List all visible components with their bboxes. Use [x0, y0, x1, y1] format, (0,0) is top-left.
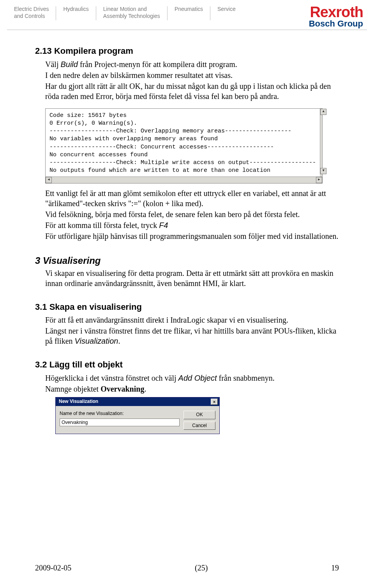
keyword-add-object: Add Object	[178, 374, 217, 382]
brand-logo: Rexroth Bosch Group	[309, 5, 367, 29]
text: .	[118, 337, 120, 345]
scroll-down-icon[interactable]: ▼	[320, 168, 326, 174]
new-visualization-dialog: New Visualization × Name of the new Visu…	[55, 397, 220, 434]
dialog-title: New Visualization	[59, 399, 98, 405]
heading-3-2: 3.2 Lägg till ett objekt	[35, 359, 339, 371]
text: För att få ett användargränssnitt direkt…	[45, 315, 339, 325]
section-3-body: Vi skapar en visualisering för detta pro…	[45, 268, 339, 288]
scrollbar-vertical[interactable]: ▲ ▼	[320, 109, 322, 174]
text: Vid felsökning, börja med första felet, …	[45, 209, 339, 219]
text: Välj	[45, 60, 60, 69]
text: Vi skapar en visualisering för detta pro…	[45, 268, 339, 288]
page-header: Electric Drives and Controls Hydraulics …	[0, 0, 374, 27]
text: I den nedre delen av bilskärmen kommer r…	[45, 70, 339, 80]
header-item: Linear Motion and Assembly Technologies	[96, 5, 167, 19]
header-item: Electric Drives and Controls	[7, 5, 56, 19]
keyword-f4: F4	[159, 221, 168, 230]
heading-3: 3 Visualisering	[35, 254, 339, 267]
logo-main: Rexroth	[309, 5, 363, 19]
section-2-13-after: Ett vanligt fel är att man glömt semikol…	[45, 188, 339, 241]
visualization-name-input[interactable]	[60, 418, 180, 426]
text: För att komma till första felet, tryck	[45, 221, 159, 230]
build-output-panel: Code size: 15617 bytes 0 Error(s), 0 War…	[45, 108, 323, 184]
scroll-left-icon[interactable]: ◀	[46, 177, 52, 183]
keyword-overvakning: Overvakning	[101, 385, 144, 393]
text: .	[144, 385, 146, 393]
scrollbar-horizontal[interactable]: ◀ ▶	[46, 177, 322, 183]
text: från Project-menyn för att kompilera dit…	[78, 60, 237, 69]
keyword-visualization: Visualization	[75, 337, 118, 345]
text: För utförligare hjälp hänvisas till prog…	[45, 231, 339, 241]
ok-button[interactable]: OK	[183, 411, 215, 419]
logo-sub: Bosch Group	[309, 19, 363, 29]
text: Ett vanligt fel är att man glömt semikol…	[45, 188, 339, 208]
keyword-build: Build	[60, 60, 78, 69]
scroll-up-icon[interactable]: ▲	[320, 109, 326, 115]
heading-3-1: 3.1 Skapa en visualisering	[35, 302, 339, 313]
footer-center: (25)	[71, 563, 331, 572]
text: Har du gjort allt rätt är allt OK, har d…	[45, 81, 339, 101]
header-item: Pneumatics	[168, 5, 210, 12]
section-3-1-body: För att få ett användargränssnitt direkt…	[45, 315, 339, 346]
text: från snabbmenyn.	[217, 374, 275, 382]
text: Namnge objektet	[45, 385, 101, 393]
dialog-titlebar: New Visualization ×	[56, 397, 219, 406]
dialog-label: Name of the new Visualization:	[60, 411, 180, 417]
text: Högerklicka i det vänstra fönstret och v…	[45, 374, 178, 382]
footer-page-number: 19	[331, 563, 339, 572]
footer-date: 2009-02-05	[35, 563, 71, 572]
section-2-13-body: Välj Build från Project-menyn för att ko…	[45, 59, 339, 101]
header-item: Hydraulics	[56, 5, 95, 12]
section-3-2-body: Högerklicka i det vänstra fönstret och v…	[45, 373, 339, 434]
header-item: Service	[210, 5, 243, 12]
cancel-button[interactable]: Cancel	[183, 422, 215, 430]
build-output-text: Code size: 15617 bytes 0 Error(s), 0 War…	[46, 109, 320, 177]
close-icon[interactable]: ×	[211, 399, 218, 405]
page-footer: 2009-02-05 (25) 19	[35, 563, 339, 572]
heading-2-13: 2.13 Kompilera program	[35, 46, 339, 57]
scroll-right-icon[interactable]: ▶	[316, 177, 322, 183]
